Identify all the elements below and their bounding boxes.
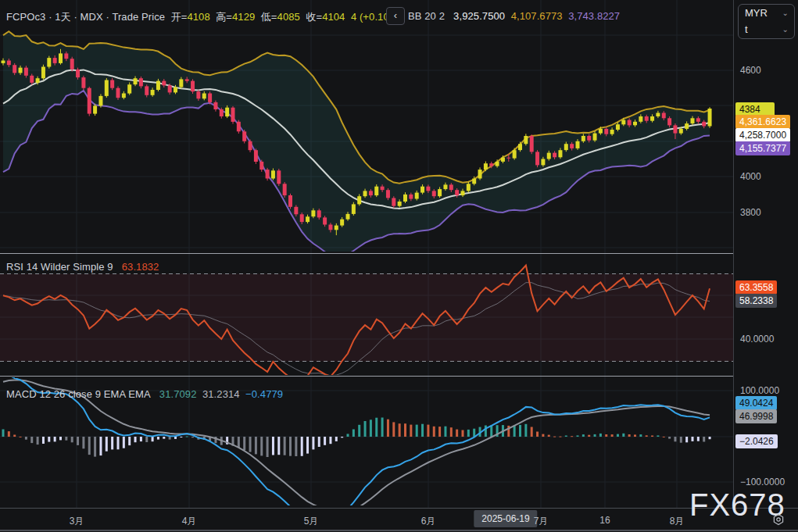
close-value: 4104: [322, 11, 345, 23]
macd-signal-value: 31.2314: [202, 388, 240, 400]
close-label: 收=: [306, 11, 322, 23]
symbol-header[interactable]: FCPOc3 · 1天 · MDX · Trade Price 开=4108 高…: [6, 10, 402, 24]
unit-select[interactable]: t ⌄: [739, 21, 794, 37]
time-label: 16: [599, 515, 610, 526]
rsi-band-fill: [0, 274, 733, 362]
currency-select[interactable]: MYR ⌄: [739, 5, 794, 21]
time-label: 7月: [534, 515, 549, 528]
currency-code: MYR: [745, 7, 768, 19]
chevron-down-icon: ⌄: [782, 21, 789, 37]
macd-hist-value: −0.4779: [245, 388, 283, 400]
high-label: 高=: [216, 11, 232, 23]
rsi-title[interactable]: RSI 14 Wilder Simple 9: [6, 261, 113, 273]
time-label: 4月: [182, 515, 197, 528]
axis-tick: 4600: [740, 65, 761, 76]
candlestick-chart-canvas[interactable]: [0, 0, 733, 508]
indicator-collapse-button[interactable]: ‹: [386, 7, 405, 25]
bollinger-header[interactable]: BB 20 2 3,925.7500 4,107.6773 3,743.8227: [408, 10, 620, 22]
bb-lower-value: 3,743.8227: [568, 10, 620, 22]
rsi-value-tag: 63.3558: [735, 280, 777, 295]
high-value: 4129: [232, 11, 255, 23]
axis-tick: 100.0000: [740, 385, 779, 396]
trading-chart-app: FCPOc3 · 1天 · MDX · Trade Price 开=4108 高…: [0, 0, 798, 532]
time-label: 5月: [304, 515, 319, 528]
chevron-down-icon: ⌄: [782, 5, 789, 21]
time-axis[interactable]: 2025-06-19 3月4月5月6月7月168月: [0, 508, 798, 532]
unit-code: t: [745, 23, 748, 35]
axis-tick: 3800: [740, 207, 761, 218]
time-label: 6月: [421, 515, 436, 528]
watermark: FX678: [689, 487, 785, 523]
crosshair-date-tag: 2025-06-19: [474, 510, 537, 527]
bb-basis-value: 3,925.7500: [453, 10, 505, 22]
macd-header[interactable]: MACD 12 26 close 9 EMA EMA 31.7092 31.23…: [6, 388, 283, 400]
macd-line-value: 31.7092: [159, 388, 197, 400]
time-label: 3月: [70, 515, 84, 528]
settings-gear-icon[interactable]: [772, 513, 785, 526]
symbol-title[interactable]: FCPOc3 · 1天 · MDX · Trade Price: [6, 11, 165, 23]
macd-hist-tag: −2.0426: [735, 434, 778, 448]
axis-tick: −100.0000: [740, 477, 785, 487]
bb-basis-tag: 4,258.7000: [735, 128, 790, 142]
open-value: 4108: [187, 11, 209, 23]
open-label: 开=: [171, 11, 188, 23]
price-axis[interactable]: 46004000380040.0000100.0000−100.00004384…: [734, 0, 798, 508]
currency-unit-box: MYR ⌄ t ⌄: [738, 4, 795, 39]
bb-upper-tag: 4,361.6623: [735, 115, 790, 129]
bb-title[interactable]: BB 20 2: [408, 10, 445, 22]
rsi-ma-tag: 58.2338: [735, 294, 777, 308]
bb-lower-tag: 4,155.7377: [735, 141, 790, 155]
time-label: 8月: [670, 515, 685, 528]
macd-signal-tag: 46.9998: [735, 409, 777, 423]
macd-title[interactable]: MACD 12 26 close 9 EMA EMA: [6, 388, 151, 400]
axis-tick: 40.0000: [740, 334, 774, 345]
axis-separator-line: [733, 0, 734, 532]
low-value: 4085: [277, 11, 300, 23]
macd-line-tag: 49.0424: [735, 396, 777, 410]
rsi-header[interactable]: RSI 14 Wilder Simple 9 63.1832: [6, 261, 159, 273]
bb-upper-value: 4,107.6773: [511, 10, 563, 22]
window-bottom-edge: [0, 530, 798, 531]
rsi-value: 63.1832: [122, 261, 159, 273]
axis-tick: 4000: [740, 171, 761, 182]
low-label: 低=: [261, 11, 277, 23]
